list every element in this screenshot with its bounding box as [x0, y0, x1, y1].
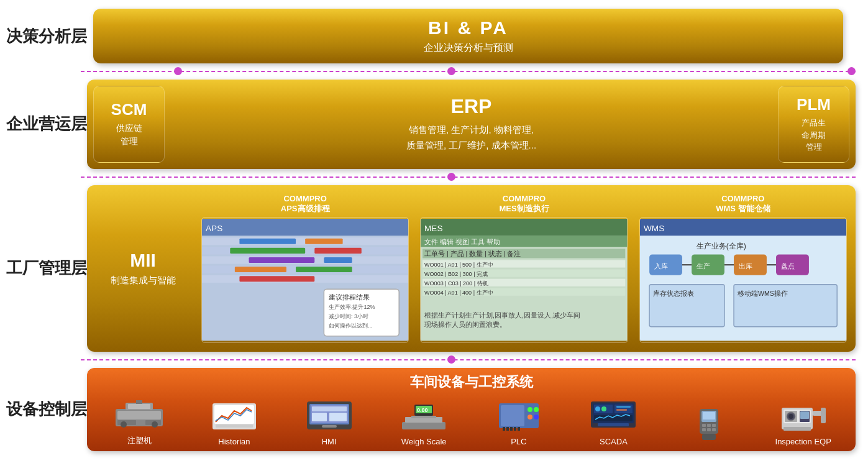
svg-rect-13 [324, 257, 352, 263]
svg-rect-102 [594, 415, 633, 421]
hmi-img [283, 397, 375, 434]
svg-rect-123 [783, 427, 811, 431]
svg-text:APS: APS [206, 224, 222, 233]
connector-dot-1a [174, 67, 182, 75]
scada-label: SCADA [600, 437, 628, 446]
svg-text:生产效率:提升12%: 生产效率:提升12% [329, 304, 375, 310]
equipment-item-injection: 注塑机 [93, 395, 186, 446]
equipment-item-inspection-eqp: Inspection EQP [757, 397, 849, 446]
equipment-main-title: 车间设备与工控系统 [410, 374, 533, 390]
equipment-icons-row: 注塑机 [93, 395, 849, 446]
svg-rect-100 [616, 406, 631, 408]
svg-text:建议排程结果: 建议排程结果 [328, 293, 370, 301]
svg-point-86 [534, 407, 539, 412]
plm-title: PLM [797, 95, 831, 114]
svg-rect-9 [305, 239, 342, 244]
svg-rect-122 [821, 408, 826, 423]
erp-subtitle: 销售管理, 生产计划, 物料管理,质量管理, 工厂维护, 成本管理... [406, 122, 536, 154]
equipment-title-row: 车间设备与工控系统 [93, 373, 849, 392]
svg-rect-1 [202, 219, 408, 236]
divider-line-2 [81, 176, 856, 178]
mii-title: MII [130, 250, 156, 271]
svg-rect-107 [702, 424, 706, 427]
svg-text:出库: 出库 [738, 262, 752, 270]
svg-text:WO004  | A01  | 400  | 生产中: WO004 | A01 | 400 | 生产中 [424, 290, 493, 296]
scm-box: SCM 供应链管理 [93, 86, 165, 163]
enterprise-layer-label: 企业营运层 [0, 113, 81, 135]
svg-rect-12 [249, 257, 315, 263]
aps-screenshot: APS [201, 217, 409, 342]
enterprise-layer-label-col: 企业营运层 [0, 80, 81, 169]
weigh-scale-img: 0.00 [378, 397, 470, 434]
equipment-inner: 车间设备与工控系统 [87, 368, 856, 451]
enterprise-inner: SCM 供应链管理 ERP 销售管理, 生产计划, 物料管理,质量管理, 工厂维… [87, 80, 856, 169]
hmi-icon [304, 398, 354, 433]
svg-rect-59 [117, 411, 161, 419]
divider-2 [0, 173, 868, 181]
equipment-item-inspector [662, 406, 755, 446]
aps-title: COMMPRO APS高级排程 [281, 194, 330, 215]
svg-rect-84 [501, 405, 524, 426]
svg-point-85 [528, 407, 532, 412]
plm-box: PLM 产品生命周期管理 [778, 86, 849, 163]
divider-3 [0, 355, 868, 364]
scada-icon [588, 398, 638, 433]
svg-rect-110 [702, 428, 706, 431]
svg-text:文件  编辑  视图  工具  帮助: 文件 编辑 视图 工具 帮助 [424, 238, 500, 245]
svg-rect-101 [616, 409, 627, 411]
svg-text:生产业务(全库): 生产业务(全库) [696, 242, 746, 251]
plc-img [473, 397, 565, 434]
equipment-item-hmi: HMI [283, 397, 375, 446]
injection-label: 注塑机 [127, 435, 152, 446]
svg-point-64 [121, 421, 127, 428]
weigh-scale-icon: 0.00 [399, 398, 449, 433]
wms-svg: WMS 生产业务(全库) 入库 生产 出库 盘点 [640, 218, 846, 342]
equipment-item-historian: Historian [188, 397, 281, 446]
svg-text:根据生产计划生产计划,因事放人,因量设人,减少车间: 根据生产计划生产计划,因事放人,因量设人,减少车间 [424, 311, 580, 319]
svg-text:入库: 入库 [654, 262, 667, 270]
enterprise-content: SCM 供应链管理 ERP 销售管理, 生产计划, 物料管理,质量管理, 工厂维… [81, 80, 868, 169]
mes-screenshot: MES 文件 编辑 视图 工具 帮助 工单号 | 产品 | 数量 | 状态 | … [420, 217, 628, 342]
svg-rect-15 [296, 267, 352, 272]
svg-text:移动端WMS操作: 移动端WMS操作 [738, 290, 788, 297]
svg-rect-93 [518, 427, 520, 431]
svg-rect-106 [703, 412, 715, 419]
connector-dot-1c [847, 67, 856, 75]
svg-point-118 [788, 414, 793, 419]
hmi-label: HMI [322, 437, 337, 446]
erp-title: ERP [451, 95, 492, 118]
svg-rect-108 [707, 424, 711, 427]
svg-text:库存状态报表: 库存状态报表 [653, 290, 694, 297]
injection-machine-icon [114, 397, 164, 431]
bi-layer-label-col: 决策分析层 [0, 9, 81, 63]
equipment-item-plc: PLC [473, 397, 565, 446]
mii-subtitle: 制造集成与智能 [111, 275, 176, 287]
historian-img [188, 397, 281, 434]
svg-text:WO001  | A01  | 500  | 生产中: WO001 | A01 | 500 | 生产中 [424, 262, 493, 268]
svg-point-87 [528, 415, 532, 419]
svg-text:WO003  | C03  | 200  | 待机: WO003 | C03 | 200 | 待机 [424, 281, 488, 287]
factory-layer-label: 工厂管理层 [0, 257, 81, 279]
bi-title: BI & PA [428, 17, 508, 39]
bi-box: BI & PA 企业决策分析与预测 [93, 9, 843, 63]
equipment-layer-label: 设备控制层 [0, 398, 81, 420]
svg-rect-23 [421, 219, 627, 236]
svg-rect-74 [312, 413, 327, 421]
svg-rect-16 [239, 276, 314, 282]
svg-rect-60 [117, 420, 136, 425]
inspection-eqp-img [757, 397, 849, 434]
svg-rect-120 [800, 411, 809, 419]
svg-rect-92 [514, 427, 516, 431]
aps-svg: APS [202, 218, 408, 342]
svg-rect-113 [702, 434, 716, 440]
inspection-eqp-label: Inspection EQP [775, 437, 831, 446]
svg-rect-90 [506, 427, 509, 431]
svg-rect-89 [503, 427, 505, 431]
historian-label: Historian [218, 437, 250, 446]
plc-icon [494, 398, 544, 433]
bi-layer: 决策分析层 BI & PA 企业决策分析与预测 [0, 0, 868, 63]
bi-layer-label: 决策分析层 [0, 25, 81, 47]
svg-text:盘点: 盘点 [780, 262, 794, 270]
connector-dot-3a [447, 355, 455, 364]
inspector-img [662, 406, 755, 444]
